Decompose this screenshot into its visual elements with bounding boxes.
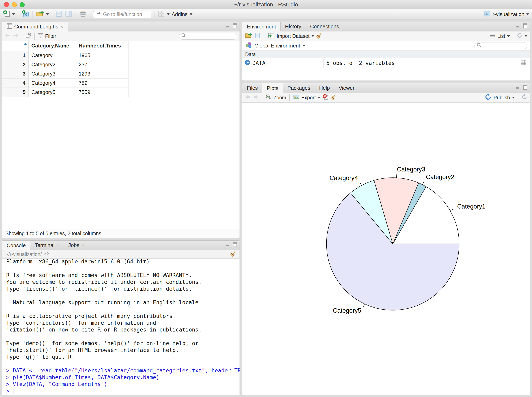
goto-file-input[interactable] xyxy=(103,12,147,17)
filter-button[interactable]: Filter xyxy=(45,33,56,39)
row-number-header[interactable] xyxy=(2,41,28,51)
print-icon[interactable] xyxy=(79,10,87,19)
tab-command-lengths[interactable]: Command Lengths × xyxy=(2,22,68,31)
import-dataset-caret[interactable] xyxy=(311,35,314,37)
open-in-new-window-icon[interactable] xyxy=(25,33,31,40)
close-icon[interactable]: × xyxy=(57,243,60,248)
publish-caret[interactable] xyxy=(512,97,515,99)
list-view-caret[interactable] xyxy=(507,35,510,37)
table-row[interactable]: 5Category57559 xyxy=(2,87,128,97)
open-file-icon[interactable] xyxy=(36,10,44,19)
tab-console[interactable]: Console xyxy=(2,241,30,250)
export-plot-icon[interactable] xyxy=(293,94,299,101)
minimize-pane-icon[interactable] xyxy=(226,242,231,248)
close-window-button[interactable] xyxy=(4,2,9,7)
console-output[interactable]: Platform: x86_64-apple-darwin15.6.0 (64-… xyxy=(2,259,240,395)
table-search-box[interactable] xyxy=(179,33,237,40)
save-icon[interactable] xyxy=(56,10,62,19)
maximize-pane-icon[interactable] xyxy=(523,23,527,30)
zoom-plot-icon[interactable] xyxy=(265,94,272,101)
project-caret[interactable] xyxy=(526,13,529,15)
object-description: 5 obs. of 2 variables xyxy=(323,60,520,66)
tab-files[interactable]: Files xyxy=(242,83,262,93)
clear-environment-icon[interactable] xyxy=(316,32,322,40)
table-cell: Category4 xyxy=(28,78,76,87)
minimize-window-button[interactable] xyxy=(12,2,17,7)
export-plot-button[interactable]: Export xyxy=(301,95,316,100)
open-recent-caret[interactable] xyxy=(46,13,49,15)
minimize-pane-icon[interactable] xyxy=(516,24,521,30)
publish-button[interactable]: Publish xyxy=(494,95,510,100)
minimize-pane-icon[interactable] xyxy=(226,24,231,30)
addins-caret[interactable] xyxy=(190,13,192,15)
table-search-input[interactable] xyxy=(188,33,232,39)
table-cell: 1965 xyxy=(76,51,128,60)
console-output-line: 'citation()' on how to cite R or R packa… xyxy=(6,326,240,333)
expand-object-icon[interactable] xyxy=(245,60,250,67)
publish-icon[interactable] xyxy=(485,94,492,101)
import-dataset-button[interactable]: Import Dataset xyxy=(277,33,310,39)
title-bar: ~/r-visualization - RStudio xyxy=(0,0,532,9)
refresh-icon[interactable] xyxy=(517,32,523,40)
environment-search-box[interactable] xyxy=(475,42,527,49)
maximize-pane-icon[interactable] xyxy=(523,85,527,91)
environment-object-row[interactable]: DATA 5 obs. of 2 variables xyxy=(242,58,530,68)
environment-scope-selector[interactable]: Global Environment xyxy=(254,43,300,49)
view-data-grid-icon[interactable] xyxy=(520,60,526,67)
zoom-window-button[interactable] xyxy=(20,2,25,7)
save-workspace-icon[interactable] xyxy=(254,32,261,40)
tab-help[interactable]: Help xyxy=(315,83,334,93)
previous-plot-icon[interactable] xyxy=(245,94,251,101)
forward-icon[interactable] xyxy=(13,33,19,39)
column-header-category-name[interactable]: Category.Name xyxy=(28,41,76,51)
tab-connections[interactable]: Connections xyxy=(306,22,344,31)
environment-scope-caret[interactable] xyxy=(303,45,305,47)
tab-history[interactable]: History xyxy=(281,22,306,31)
table-row[interactable]: 1Category11965 xyxy=(2,51,128,60)
refresh-plot-icon[interactable] xyxy=(521,94,527,101)
list-view-icon[interactable] xyxy=(490,33,495,39)
panes-layout-icon[interactable] xyxy=(158,10,165,19)
tab-jobs[interactable]: Jobs × xyxy=(64,241,89,250)
new-project-icon[interactable]: R xyxy=(21,10,29,19)
goto-directory-icon[interactable] xyxy=(44,251,49,257)
tab-environment[interactable]: Environment xyxy=(242,22,281,31)
table-row[interactable]: 4Category4759 xyxy=(2,78,128,87)
tab-plots[interactable]: Plots xyxy=(262,83,283,93)
goto-file-search[interactable] xyxy=(93,11,151,18)
tab-viewer[interactable]: Viewer xyxy=(334,83,359,93)
close-icon[interactable]: × xyxy=(60,24,63,29)
save-all-icon[interactable] xyxy=(64,10,72,19)
maximize-pane-icon[interactable] xyxy=(233,23,237,30)
project-selector[interactable]: r-visualization xyxy=(493,11,524,18)
zoom-plot-button[interactable]: Zoom xyxy=(273,95,286,100)
minimize-pane-icon[interactable] xyxy=(516,85,521,91)
new-file-icon[interactable] xyxy=(3,10,10,19)
export-plot-caret[interactable] xyxy=(318,97,321,99)
table-row[interactable]: 3Category31293 xyxy=(2,69,128,78)
tab-terminal[interactable]: Terminal × xyxy=(30,241,64,250)
environment-search-input[interactable] xyxy=(483,43,527,49)
import-dataset-icon[interactable] xyxy=(267,32,275,40)
table-row[interactable]: 2Category2237 xyxy=(2,60,128,69)
close-icon[interactable]: × xyxy=(81,243,84,248)
new-file-caret[interactable] xyxy=(12,13,15,15)
list-view-button[interactable]: List xyxy=(497,33,505,39)
clear-console-icon[interactable] xyxy=(230,250,236,258)
console-output-line: Platform: x86_64-apple-darwin15.6.0 (64-… xyxy=(6,259,240,265)
maximize-pane-icon[interactable] xyxy=(233,242,237,248)
table-cell: 1293 xyxy=(76,69,128,78)
column-header-number-of-times[interactable]: Number.of.Times xyxy=(76,41,128,51)
clear-all-plots-icon[interactable] xyxy=(330,94,336,102)
remove-plot-icon[interactable] xyxy=(323,94,329,101)
refresh-caret[interactable] xyxy=(525,35,527,37)
filter-icon[interactable] xyxy=(38,33,43,39)
panes-layout-caret[interactable] xyxy=(167,13,170,15)
tab-packages[interactable]: Packages xyxy=(283,83,315,93)
back-icon[interactable] xyxy=(5,33,11,39)
next-plot-icon[interactable] xyxy=(253,94,259,101)
load-workspace-icon[interactable] xyxy=(245,32,252,40)
goto-arrow-icon xyxy=(96,11,101,18)
pie-label: Category4 xyxy=(329,174,358,181)
addins-button[interactable]: Addins xyxy=(171,11,188,18)
